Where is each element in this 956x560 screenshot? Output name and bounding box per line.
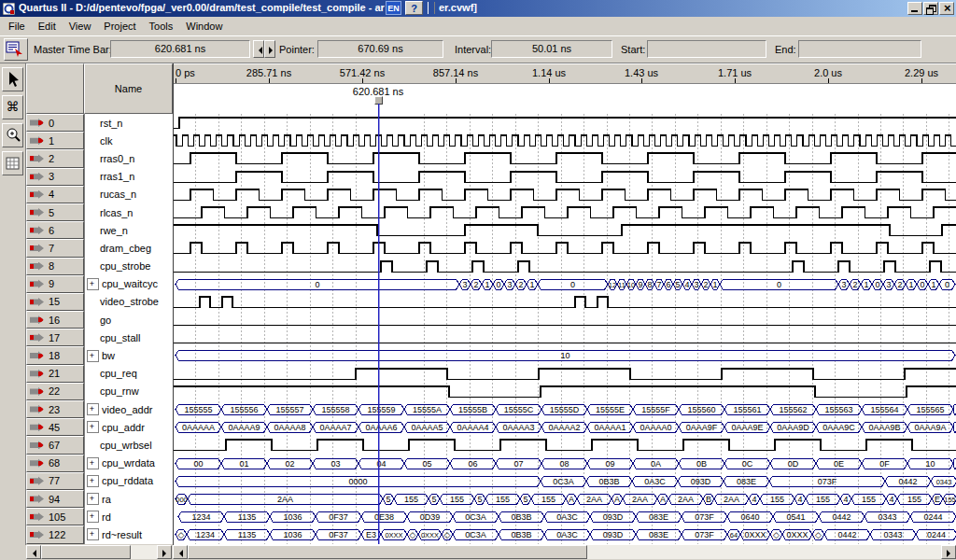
signal-name[interactable]: clk [100, 135, 112, 147]
waveform-row[interactable] [174, 258, 956, 275]
waveform-row[interactable]: 0002AA5155515551555155A2AAA2AAA2AAB2AA41… [174, 490, 956, 508]
minimize-button[interactable] [907, 2, 922, 15]
signal-name[interactable]: rucas_n [100, 189, 136, 200]
menu-item-file[interactable]: File [2, 19, 32, 34]
signal-id-cell[interactable]: 17 [26, 329, 84, 346]
id-column-header[interactable] [26, 63, 84, 114]
waveform-view[interactable]: 0 ps285.71 ns571.42 ns857.14 ns1.14 us1.… [173, 63, 956, 545]
signal-name-cell[interactable]: video_strobe [84, 293, 173, 311]
menu-item-tools[interactable]: Tools [143, 19, 180, 34]
signal-id-cell[interactable]: 8 [26, 258, 84, 275]
signal-name-cell[interactable]: clk [84, 132, 173, 149]
expand-icon[interactable] [87, 457, 99, 469]
signal-name[interactable]: cpu_wrbsel [100, 440, 152, 451]
signal-name[interactable]: rwe_n [100, 225, 128, 236]
signal-id-cell[interactable]: 16 [26, 311, 84, 329]
signal-name-cell[interactable]: dram_cbeg [84, 239, 173, 257]
signal-name-cell[interactable]: rras0_n [84, 149, 173, 167]
expand-icon[interactable] [87, 350, 99, 362]
signal-name-cell[interactable]: rd~result [84, 525, 173, 543]
waveform-scroll-left-button[interactable] [173, 545, 188, 559]
expand-icon[interactable] [87, 421, 99, 433]
waveform-row[interactable] [174, 239, 956, 257]
help-button[interactable]: ? [405, 1, 423, 15]
waveform-row[interactable] [174, 329, 956, 346]
signal-name[interactable]: cpu_wrdata [102, 457, 155, 469]
waveform-row[interactable] [174, 436, 956, 454]
signal-name[interactable]: rst_n [100, 118, 122, 129]
signal-name-cell[interactable]: video_addr [84, 400, 173, 418]
signal-name-cell[interactable]: cpu_addr [84, 418, 173, 436]
signal-name-cell[interactable]: rlcas_n [84, 203, 173, 221]
signal-name[interactable]: rras0_n [100, 153, 134, 164]
waveform-row[interactable]: 10 [174, 346, 956, 364]
signal-name-cell[interactable]: rucas_n [84, 186, 173, 203]
signal-id-cell[interactable]: 7 [26, 239, 84, 257]
signal-name[interactable]: cpu_strobe [100, 260, 150, 272]
signal-name-cell[interactable]: cpu_rddata [84, 472, 173, 490]
signal-id-cell[interactable]: 9 [26, 275, 84, 293]
master-time-bar-value[interactable]: 620.681 ns [110, 40, 250, 58]
signal-name[interactable]: cpu_rnw [100, 385, 139, 397]
master-time-increment-button[interactable] [264, 40, 275, 58]
expand-icon[interactable] [87, 493, 99, 505]
signal-id-cell[interactable]: 45 [26, 418, 84, 436]
waveform-row[interactable]: 03210321012111098765432103210321010 [174, 275, 956, 293]
signal-name-cell[interactable]: cpu_waitcyc [84, 275, 173, 293]
waveform-edit-tool-button[interactable]: ⌘ [2, 95, 23, 119]
signal-name-cell[interactable]: cpu_stall [84, 329, 173, 346]
signal-name-cell[interactable]: cpu_wrbsel [84, 436, 173, 454]
signal-name-cell[interactable]: cpu_req [84, 365, 173, 383]
waveform-row[interactable] [174, 221, 956, 239]
expand-icon[interactable] [87, 403, 99, 415]
signal-name[interactable]: cpu_stall [100, 332, 140, 343]
signal-name-cell[interactable]: cpu_strobe [84, 258, 173, 275]
waveform-row[interactable] [174, 383, 956, 400]
signal-id-cell[interactable]: 23 [26, 400, 84, 418]
name-column-header[interactable]: Name [84, 63, 173, 114]
toolbar-grip[interactable] [428, 2, 435, 14]
signal-name[interactable]: ra [102, 494, 111, 505]
signal-name-cell[interactable]: rwe_n [84, 221, 173, 239]
waveform-row[interactable] [174, 114, 956, 132]
panel-scroll-thumb[interactable] [41, 545, 131, 559]
signal-name[interactable]: cpu_waitcyc [102, 278, 158, 289]
signal-id-cell[interactable]: 2 [26, 149, 84, 167]
signal-name[interactable]: video_addr [102, 404, 152, 415]
signal-name[interactable]: dram_cbeg [100, 243, 151, 254]
waveform-rows[interactable]: 0321032101211109876543210321032101010155… [174, 114, 956, 544]
signal-name[interactable]: bw [102, 350, 115, 361]
signal-name-cell[interactable]: rras1_n [84, 168, 173, 186]
waveform-row[interactable]: 00000C3A0B3B0A3C093D083E073F04420343 [174, 472, 956, 490]
waveform-row[interactable] [174, 132, 956, 149]
master-time-decrement-button[interactable] [253, 40, 264, 58]
waveform-row[interactable] [174, 203, 956, 221]
expand-icon[interactable] [87, 278, 99, 290]
zoom-tool-button[interactable] [2, 123, 23, 147]
close-button[interactable] [939, 2, 954, 15]
panel-scroll-right-button[interactable] [157, 545, 172, 559]
signal-id-cell[interactable]: 94 [26, 490, 84, 508]
signal-id-cell[interactable]: 6 [26, 221, 84, 239]
signal-name[interactable]: cpu_req [100, 368, 137, 379]
restore-button[interactable] [923, 2, 938, 15]
waveform-row[interactable] [174, 365, 956, 383]
waveform-row[interactable]: 1234113510360F370E380D390C3A0B3B0A3C093D… [174, 508, 956, 525]
full-screen-tool-button[interactable] [2, 151, 23, 175]
signal-name[interactable]: cpu_rddata [102, 475, 153, 486]
expand-icon[interactable] [87, 511, 99, 523]
waveform-row[interactable] [174, 311, 956, 329]
signal-id-cell[interactable]: 5 [26, 203, 84, 221]
signal-id-cell[interactable]: 67 [26, 436, 84, 454]
signal-name[interactable]: go [100, 315, 111, 326]
waveform-scroll-right-button[interactable] [941, 545, 956, 559]
panel-scroll-left-button[interactable] [26, 545, 41, 559]
signal-name-cell[interactable]: go [84, 311, 173, 329]
waveform-row[interactable]: 000102030405060708090A0B0C0D0E0F10 [174, 455, 956, 472]
signal-id-cell[interactable]: 22 [26, 383, 84, 400]
signal-name[interactable]: rd~result [102, 529, 142, 540]
waveform-row[interactable]: ◇1234113510360F37E30XXX◇0XXX◇0C3A0B3B0A3… [174, 525, 956, 543]
waveform-row[interactable] [174, 149, 956, 167]
signal-name[interactable]: rlcas_n [100, 207, 133, 218]
signal-name-cell[interactable]: bw [84, 346, 173, 364]
